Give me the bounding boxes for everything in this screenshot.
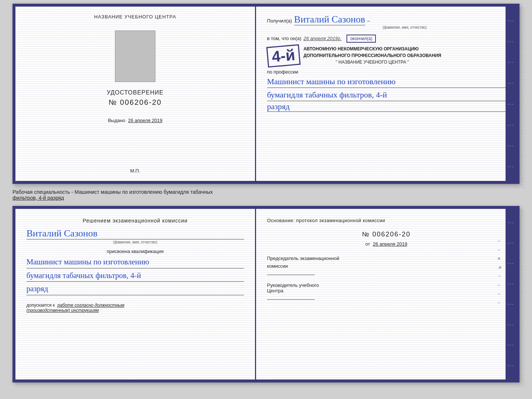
right-side-labels-b: – – и ,а ← – – – bbox=[498, 238, 502, 304]
stamp-row: 4-й АВТОНОМНУЮ НЕКОММЕРЧЕСКУЮ ОРГАНИЗАЦИ… bbox=[267, 46, 506, 66]
qual-line2: бумагидля табачных фильтров, 4-й bbox=[26, 270, 244, 282]
pred-sign-line bbox=[267, 275, 315, 275]
ot-date-row: от 26 апреля 2019 bbox=[267, 241, 506, 247]
dopusk-text: работе согласно должностным bbox=[57, 303, 124, 308]
dopusk-text2: (производственным) инструкциям bbox=[26, 308, 99, 313]
mp-label: М.П. bbox=[130, 168, 140, 174]
cert-bottom-left-panel: Решением экзаменационной комиссии Витали… bbox=[15, 209, 256, 380]
org-block: АВТОНОМНУЮ НЕКОММЕРЧЕСКУЮ ОРГАНИЗАЦИЮ ДО… bbox=[303, 46, 441, 65]
vtom-prefix: в том, что он(а) bbox=[267, 36, 301, 41]
page-container: НАЗВАНИЕ УЧЕБНОГО ЦЕНТРА УДОСТОВЕРЕНИЕ №… bbox=[0, 0, 532, 399]
stamp-box: 4-й bbox=[266, 44, 301, 68]
poluchil-subtitle: (фамилия, имя, отчество) bbox=[304, 25, 506, 29]
certificate-top: НАЗВАНИЕ УЧЕБНОГО ЦЕНТРА УДОСТОВЕРЕНИЕ №… bbox=[12, 4, 520, 184]
prisvoena-label: присвоена квалификация bbox=[26, 249, 244, 254]
fio-subtitle: (фамилия, имя, отчество) bbox=[26, 240, 244, 244]
school-name-top: НАЗВАНИЕ УЧЕБНОГО ЦЕНТРА bbox=[94, 14, 176, 19]
org-line1: АВТОНОМНУЮ НЕКОММЕРЧЕСКУЮ ОРГАНИЗАЦИЮ bbox=[303, 46, 441, 52]
cert-bottom-right-panel: Основание: протокол экзаменационной коми… bbox=[256, 209, 517, 380]
vtom-date: 26 апреля 2019г. bbox=[303, 36, 341, 41]
dash-rb2: – bbox=[498, 247, 502, 252]
spine-btex-7 bbox=[508, 345, 514, 346]
org-line3: " НАЗВАНИЕ УЧЕБНОГО ЦЕНТРА " bbox=[303, 59, 441, 65]
qual-line1: Машинист машины по изготовлению bbox=[26, 256, 244, 268]
info-bar: Рабочая специальность - Машинист машины … bbox=[12, 187, 520, 203]
spine-tex-8 bbox=[508, 166, 514, 167]
info-text: Рабочая специальность - Машинист машины … bbox=[12, 189, 520, 195]
cert-top-left-panel: НАЗВАНИЕ УЧЕБНОГО ЦЕНТРА УДОСТОВЕРЕНИЕ №… bbox=[15, 7, 256, 181]
udost-label: УДОСТОВЕРЕНИЕ bbox=[107, 89, 164, 96]
spine-tex-4 bbox=[508, 83, 514, 84]
dopusk-row: допускается к работе согласно должностны… bbox=[26, 303, 244, 308]
org-line2: ДОПОЛНИТЕЛЬНОГО ПРОФЕССИОНАЛЬНОГО ОБРАЗО… bbox=[303, 52, 441, 59]
poluchil-name: Виталий Сазонов bbox=[294, 14, 365, 25]
poluchil-prefix: Получил(а) bbox=[267, 18, 292, 24]
pred-label2: комиссии bbox=[267, 263, 506, 269]
spine-btex-1 bbox=[508, 222, 514, 223]
ruk-label-1: Руководитель учебного bbox=[267, 282, 319, 288]
info-text-2-content: фильтров, 4-й разряд bbox=[12, 195, 64, 201]
po-professii: по профессии bbox=[267, 69, 506, 75]
ruk-sign-line bbox=[267, 299, 315, 300]
resheniem-label: Решением экзаменационной комиссии bbox=[83, 218, 188, 224]
spine-btex-5 bbox=[508, 304, 514, 305]
vydano-date: 26 апреля 2019 bbox=[128, 118, 163, 123]
profession-line1: Машинист машины по изготовлению bbox=[267, 76, 506, 88]
spine-top bbox=[506, 7, 517, 181]
qual-line3: разряд bbox=[26, 283, 244, 295]
spine-btex-6 bbox=[508, 324, 514, 325]
vtom-row: в том, что он(а) 26 апреля 2019г. окончи… bbox=[267, 35, 506, 43]
spine-tex-1 bbox=[508, 20, 514, 21]
vydano-line: Выдано 26 апреля 2019 bbox=[108, 118, 162, 123]
dash-rb1: – bbox=[498, 238, 502, 243]
spine-btex-2 bbox=[508, 243, 514, 244]
info-text-2: фильтров, 4-й разряд bbox=[12, 195, 520, 201]
ot-prefix: от bbox=[365, 241, 370, 247]
i-label-rb: и bbox=[498, 256, 502, 260]
ruk-label2: Центра bbox=[267, 288, 506, 293]
spine-tex-5 bbox=[508, 104, 514, 105]
dash-rb3: – bbox=[498, 282, 502, 287]
spine-tex-6 bbox=[508, 125, 514, 126]
ruk-label: Руководитель учебного bbox=[267, 282, 506, 288]
spine-btex-3 bbox=[508, 263, 514, 264]
dopusk-prefix: допускается к bbox=[26, 303, 55, 308]
dopusk-row2: (производственным) инструкциям bbox=[26, 308, 244, 313]
spine-tex-7 bbox=[508, 145, 514, 146]
okoncil-badge: окончил(а) bbox=[346, 35, 376, 43]
profession-line2: бумагидля табачных фильтров, 4-й bbox=[267, 89, 506, 101]
resheniem-container: Решением экзаменационной комиссии bbox=[26, 218, 244, 224]
poluchil-row: Получил(а) Виталий Сазонов – bbox=[267, 14, 506, 25]
dash-rb5: – bbox=[498, 300, 502, 304]
pred-label: Председатель экзаменационной bbox=[267, 256, 506, 261]
a-label-rb: ,а bbox=[498, 265, 502, 269]
ot-date: 26 апреля 2019 bbox=[373, 241, 407, 247]
bottom-num: № 006206-20 bbox=[267, 231, 506, 238]
udost-num: № 006206-20 bbox=[109, 98, 162, 107]
dash-rb4: – bbox=[498, 291, 502, 296]
osnov-label: Основание: протокол экзаменационной коми… bbox=[267, 218, 506, 223]
photo-placeholder bbox=[115, 31, 155, 82]
pred-label-1: Председатель экзаменационной bbox=[267, 256, 339, 261]
spine-tex-3 bbox=[508, 62, 514, 63]
spine-btex-4 bbox=[508, 284, 514, 285]
razryad: разряд bbox=[267, 102, 506, 112]
fio-bottom: Виталий Сазонов bbox=[26, 228, 244, 239]
info-text-1: Рабочая специальность - Машинист машины … bbox=[12, 189, 213, 195]
spine-btex-8 bbox=[508, 365, 514, 366]
spine-bottom bbox=[506, 209, 517, 380]
poluchil-dash: – bbox=[367, 18, 370, 24]
spine-tex-2 bbox=[508, 41, 514, 42]
stamp-num: 4-й bbox=[271, 47, 296, 64]
cert-top-right-panel: Получил(а) Виталий Сазонов – (фамилия, и… bbox=[256, 7, 517, 181]
arrow-label-rb: ← bbox=[498, 274, 502, 278]
vydano-label: Выдано bbox=[108, 118, 125, 123]
certificate-bottom: Решением экзаменационной комиссии Витали… bbox=[12, 206, 520, 382]
